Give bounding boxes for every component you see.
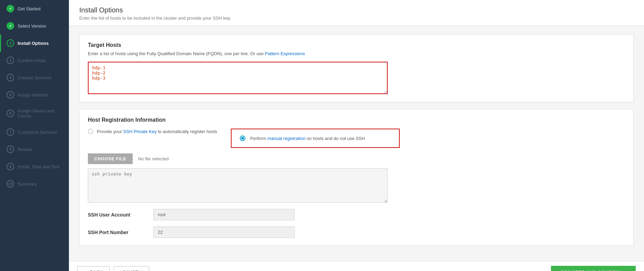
sidebar-label-get-started: Get Started bbox=[18, 6, 40, 11]
step-icon-confirm-hosts: 3 bbox=[7, 57, 14, 64]
step-icon-review: 8 bbox=[7, 145, 14, 153]
registration-options: Provide your SSH Private Key to automati… bbox=[88, 129, 625, 148]
content-area: Target Hosts Enter a list of hosts using… bbox=[69, 26, 644, 261]
hosts-input-box bbox=[88, 62, 388, 94]
target-hosts-title: Target Hosts bbox=[88, 42, 625, 48]
page-header: Install Options Enter the list of hosts … bbox=[69, 0, 644, 26]
step-icon-select-version: ✓ bbox=[7, 22, 14, 30]
ssh-port-label: SSH Port Number bbox=[88, 230, 146, 235]
step-icon-install-start-test: 9 bbox=[7, 163, 14, 170]
ssh-user-label: SSH User Account bbox=[88, 212, 146, 218]
ssh-key-textarea[interactable] bbox=[88, 168, 388, 203]
ssh-key-option[interactable]: Provide your SSH Private Key to automati… bbox=[88, 129, 217, 134]
sidebar-item-assign-slaves: 6 Assign Slaves and Clients bbox=[0, 103, 69, 123]
page-subtitle: Enter the list of hosts to be included i… bbox=[79, 16, 634, 21]
ssh-port-input[interactable] bbox=[153, 227, 295, 238]
sidebar-item-install-options[interactable]: 2 Install Options bbox=[0, 34, 69, 52]
host-reg-title: Host Registration Information bbox=[88, 117, 625, 123]
manual-reg-radio[interactable] bbox=[240, 136, 245, 141]
file-chooser-row: CHOOSE FILE No file selected bbox=[88, 153, 625, 164]
sidebar-item-install-start-test: 9 Install, Start and Test bbox=[0, 158, 69, 175]
host-registration-section: Host Registration Information Provide yo… bbox=[79, 109, 634, 246]
cancel-button[interactable]: CANCEL bbox=[114, 266, 149, 271]
ssh-private-key-link[interactable]: SSH Private Key bbox=[123, 129, 157, 134]
step-icon-customize-services: 7 bbox=[7, 128, 14, 136]
ssh-key-radio[interactable] bbox=[88, 129, 93, 134]
target-hosts-section: Target Hosts Enter a list of hosts using… bbox=[79, 34, 634, 102]
step-icon-choose-services: 4 bbox=[7, 74, 14, 81]
target-hosts-desc: Enter a list of hosts using the Fully Qu… bbox=[88, 51, 625, 56]
ssh-port-row: SSH Port Number bbox=[88, 227, 625, 238]
step-icon-install-options: 2 bbox=[7, 39, 14, 47]
sidebar-item-choose-services: 4 Choose Services bbox=[0, 69, 69, 86]
sidebar-label-assign-slaves: Assign Slaves and Clients bbox=[18, 108, 63, 119]
hosts-textarea[interactable] bbox=[89, 62, 387, 93]
sidebar-label-assign-masters: Assign Masters bbox=[18, 92, 48, 98]
footer: ← BACK CANCEL REGISTER AND CONFIRM → bbox=[69, 261, 644, 271]
pattern-expressions-link[interactable]: Pattern Expressions bbox=[265, 51, 305, 56]
sidebar-item-summary: 10 Summary bbox=[0, 175, 69, 192]
main-content: Install Options Enter the list of hosts … bbox=[69, 0, 644, 271]
step-icon-assign-masters: 5 bbox=[7, 91, 14, 99]
manual-registration-link[interactable]: manual registration bbox=[267, 136, 306, 141]
sidebar-item-review: 8 Review bbox=[0, 141, 69, 158]
sidebar-label-customize-services: Customize Services bbox=[18, 130, 57, 135]
register-confirm-button[interactable]: REGISTER AND CONFIRM → bbox=[551, 266, 636, 271]
ssh-user-row: SSH User Account bbox=[88, 209, 625, 220]
manual-reg-option[interactable]: Perform manual registration on hosts and… bbox=[231, 129, 400, 148]
no-file-label: No file selected bbox=[138, 156, 169, 161]
page-title: Install Options bbox=[79, 6, 634, 14]
back-button[interactable]: ← BACK bbox=[77, 266, 110, 271]
sidebar-item-customize-services: 7 Customize Services bbox=[0, 123, 69, 141]
step-icon-get-started: ✓ bbox=[7, 5, 14, 12]
sidebar-label-install-start-test: Install, Start and Test bbox=[18, 164, 59, 169]
sidebar-label-summary: Summary bbox=[18, 181, 37, 187]
sidebar-item-get-started[interactable]: ✓ Get Started bbox=[0, 0, 69, 17]
choose-file-button[interactable]: CHOOSE FILE bbox=[88, 153, 133, 164]
sidebar: ✓ Get Started ✓ Select Version 2 Install… bbox=[0, 0, 69, 271]
sidebar-label-choose-services: Choose Services bbox=[18, 75, 51, 80]
sidebar-label-confirm-hosts: Confirm Hosts bbox=[18, 58, 46, 63]
sidebar-label-install-options: Install Options bbox=[18, 41, 49, 46]
ssh-user-input[interactable] bbox=[153, 209, 295, 220]
step-icon-assign-slaves: 6 bbox=[7, 110, 14, 117]
sidebar-label-review: Review bbox=[18, 147, 32, 152]
footer-left: ← BACK CANCEL bbox=[77, 266, 149, 271]
step-icon-summary: 10 bbox=[7, 180, 14, 188]
sidebar-item-assign-masters: 5 Assign Masters bbox=[0, 86, 69, 103]
sidebar-label-select-version: Select Version bbox=[18, 23, 46, 29]
sidebar-item-confirm-hosts: 3 Confirm Hosts bbox=[0, 52, 69, 69]
sidebar-item-select-version[interactable]: ✓ Select Version bbox=[0, 17, 69, 34]
